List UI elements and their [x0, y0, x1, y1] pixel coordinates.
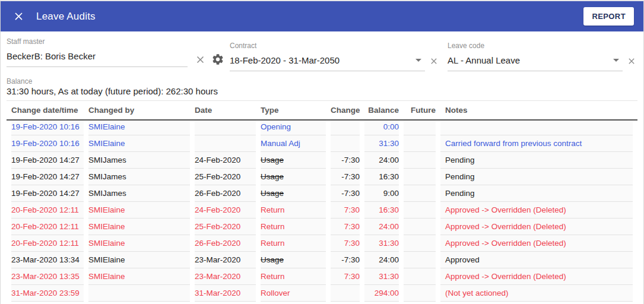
type-cell: Return — [261, 202, 326, 218]
notes-cell: Approved — [440, 252, 633, 268]
col-date: Date — [195, 101, 256, 119]
table-row: 19-Feb-2020 10:16SMIElaineOpening0:00 — [11, 119, 633, 135]
date-cell: 26-Feb-2020 — [195, 235, 256, 252]
changed-by-cell: SMIJames — [88, 185, 190, 202]
col-notes: Notes — [440, 101, 633, 119]
balance-cell: 16:30 — [364, 169, 399, 185]
staff-clear-button[interactable] — [195, 54, 206, 65]
type-cell: Opening — [261, 119, 326, 135]
staff-master-value: BeckerB: Boris Becker — [7, 51, 96, 61]
date-cell: 23-Mar-2020 — [195, 268, 256, 285]
notes-cell: Pending — [440, 152, 633, 169]
staff-settings-button[interactable] — [211, 53, 224, 66]
notes-cell — [440, 119, 633, 135]
close-button[interactable] — [11, 10, 26, 24]
col-change-datetime: Change date/time — [11, 101, 84, 119]
change-datetime-cell: 20-Feb-2020 12:11 — [11, 202, 84, 218]
notes-cell: (Not yet actioned) — [440, 285, 633, 302]
chevron-down-icon[interactable] — [613, 59, 619, 62]
gear-icon — [211, 53, 224, 66]
table-row: 19-Feb-2020 10:16SMIElaineManual Adj31:3… — [11, 135, 633, 152]
contract-select[interactable]: 18-Feb-2020 - 31-Mar-2050 — [230, 51, 425, 71]
leave-code-select[interactable]: AL - Annual Leave — [448, 51, 623, 71]
staff-field-actions — [195, 53, 224, 66]
future-cell — [404, 169, 436, 185]
leave-code-clear-button[interactable] — [627, 56, 636, 66]
table-row: 31-Mar-2020 23:5931-Mar-2020Rollover294:… — [11, 285, 633, 302]
balance-cell: 31:30 — [364, 135, 399, 152]
notes-cell: Approved -> Overridden (Deleted) — [440, 218, 633, 235]
table-row: 19-Feb-2020 14:27SMIJames25-Feb-2020Usag… — [11, 169, 633, 185]
col-future: Future — [404, 101, 436, 119]
date-cell: 31-Mar-2020 — [195, 285, 256, 302]
changed-by-cell: SMIElaine — [88, 268, 190, 285]
notes-cell: Approved -> Overridden (Deleted) — [440, 235, 633, 252]
staff-master-input[interactable]: BeckerB: Boris Becker — [7, 47, 188, 67]
table-row: 19-Feb-2020 14:27SMIJames24-Feb-2020Usag… — [11, 152, 633, 169]
change-cell — [331, 285, 360, 302]
future-cell — [404, 235, 436, 252]
date-cell: 26-Feb-2020 — [195, 185, 256, 202]
change-cell: 7:30 — [331, 268, 360, 285]
audit-table-body: 19-Feb-2020 10:16SMIElaineOpening0:0019-… — [11, 119, 633, 302]
notes-cell: Pending — [440, 185, 633, 202]
chevron-down-icon[interactable] — [415, 59, 421, 62]
date-cell: 25-Feb-2020 — [195, 218, 256, 235]
change-cell: 7:30 — [331, 218, 360, 235]
balance-cell: 31:30 — [364, 235, 399, 252]
date-cell: 23-Mar-2020 — [195, 252, 256, 268]
change-datetime-cell: 19-Feb-2020 14:27 — [11, 185, 84, 202]
col-change: Change — [331, 101, 360, 119]
staff-master-label: Staff master — [7, 37, 188, 46]
filter-bar: Staff master BeckerB: Boris Becker Contr… — [1, 31, 643, 71]
notes-cell: Carried forward from previous contract — [440, 135, 633, 152]
type-cell: Return — [261, 268, 326, 285]
table-row: 20-Feb-2020 12:11SMIElaine26-Feb-2020Ret… — [11, 235, 633, 252]
future-cell — [404, 268, 436, 285]
leave-audits-dialog: Leave Audits REPORT Staff master BeckerB… — [0, 0, 644, 304]
changed-by-cell: SMIElaine — [88, 252, 190, 268]
changed-by-cell: SMIElaine — [88, 202, 190, 218]
type-cell: Usage — [261, 252, 326, 268]
notes-cell: Approved -> Overridden (Deleted) — [440, 268, 633, 285]
balance-value: 31:30 hours, As at today (future period)… — [7, 86, 637, 100]
contract-label: Contract — [230, 42, 439, 50]
type-cell: Usage — [261, 152, 326, 169]
contract-clear-button[interactable] — [429, 56, 439, 66]
audit-table: Change date/time Changed by Date Type Ch… — [7, 100, 637, 302]
type-cell: Usage — [261, 169, 326, 185]
page-title: Leave Audits — [36, 11, 583, 23]
report-button[interactable]: REPORT — [583, 7, 634, 26]
date-cell: 24-Feb-2020 — [195, 202, 256, 218]
date-cell — [195, 119, 256, 135]
balance-cell: 31:30 — [364, 268, 399, 285]
contract-value: 18-Feb-2020 - 31-Mar-2050 — [230, 55, 340, 65]
changed-by-cell: SMIElaine — [88, 119, 190, 135]
type-cell: Return — [261, 235, 326, 252]
balance-cell: 16:30 — [364, 202, 399, 218]
leave-code-label: Leave code — [448, 42, 636, 50]
change-cell: 7:30 — [331, 235, 360, 252]
future-cell — [404, 252, 436, 268]
date-cell: 25-Feb-2020 — [195, 169, 256, 185]
leave-code-field: Leave code AL - Annual Leave — [448, 42, 636, 71]
col-balance: Balance — [364, 101, 399, 119]
contract-field: Contract 18-Feb-2020 - 31-Mar-2050 — [230, 42, 439, 71]
leave-code-value: AL - Annual Leave — [448, 55, 520, 65]
future-cell — [404, 135, 436, 152]
change-cell: -7:30 — [331, 152, 360, 169]
date-cell: 24-Feb-2020 — [195, 152, 256, 169]
col-changed-by: Changed by — [88, 101, 190, 119]
table-row: 23-Mar-2020 13:34SMIElaine23-Mar-2020Usa… — [11, 252, 633, 268]
change-cell — [331, 119, 360, 135]
future-cell — [404, 218, 436, 235]
changed-by-cell — [88, 285, 190, 302]
change-datetime-cell: 19-Feb-2020 10:16 — [11, 119, 84, 135]
balance-cell: 24:00 — [364, 152, 399, 169]
change-datetime-cell: 19-Feb-2020 10:16 — [11, 135, 84, 152]
clear-x-icon — [195, 54, 206, 65]
change-datetime-cell: 23-Mar-2020 13:34 — [11, 252, 84, 268]
balance-label: Balance — [7, 77, 637, 86]
balance-cell: 294:00 — [364, 285, 399, 302]
type-cell: Return — [261, 218, 326, 235]
